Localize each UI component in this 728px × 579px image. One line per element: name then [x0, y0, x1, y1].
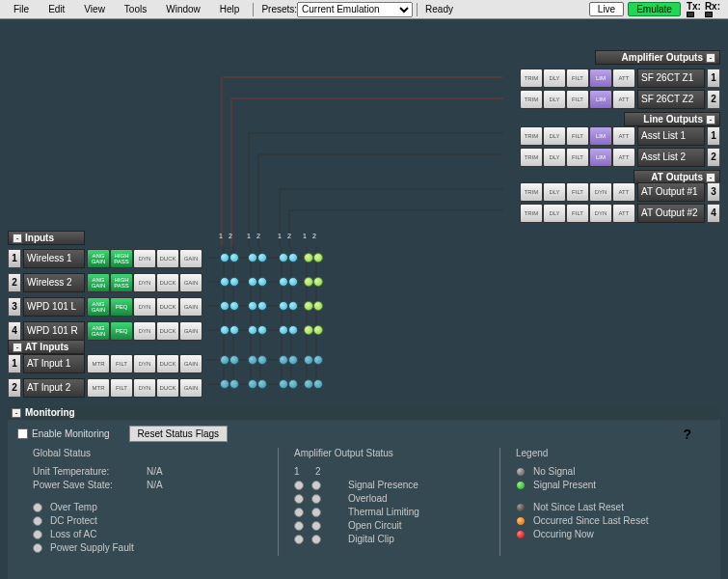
matrix-node[interactable] — [229, 379, 239, 389]
proc-block[interactable]: TRIM — [520, 90, 543, 109]
menu-tools[interactable]: Tools — [115, 2, 156, 16]
matrix-node[interactable] — [257, 277, 267, 287]
proc-block[interactable]: DYN — [133, 249, 156, 268]
matrix-node[interactable] — [288, 379, 298, 389]
matrix-node[interactable] — [313, 355, 323, 365]
matrix-node[interactable] — [279, 277, 288, 287]
proc-block[interactable]: LIM — [589, 126, 612, 146]
menu-file[interactable]: File — [4, 2, 39, 16]
matrix-node[interactable] — [313, 277, 323, 287]
proc-block[interactable]: ANG GAIN — [87, 273, 110, 292]
channel-label[interactable]: AT Input 1 — [23, 354, 85, 373]
matrix-node[interactable] — [257, 301, 267, 311]
menu-window[interactable]: Window — [156, 2, 210, 16]
proc-block[interactable]: LIM — [589, 69, 612, 88]
matrix-node[interactable] — [304, 325, 313, 335]
proc-block[interactable]: DLY — [543, 148, 566, 167]
proc-block[interactable]: DYN — [133, 321, 156, 341]
matrix-node[interactable] — [313, 379, 323, 389]
proc-block[interactable]: DUCK — [156, 249, 179, 268]
matrix-node[interactable] — [288, 253, 298, 262]
proc-block[interactable]: ATT — [612, 182, 635, 202]
matrix-node[interactable] — [220, 301, 229, 311]
proc-block[interactable]: ATT — [612, 126, 635, 146]
proc-block[interactable]: ATT — [612, 148, 635, 167]
proc-block[interactable]: DYN — [133, 273, 156, 292]
matrix-node[interactable] — [220, 325, 229, 335]
menu-view[interactable]: View — [74, 2, 115, 16]
matrix-node[interactable] — [304, 301, 313, 311]
matrix-node[interactable] — [248, 253, 257, 262]
help-icon[interactable]: ? — [683, 427, 691, 442]
matrix-node[interactable] — [288, 277, 298, 287]
live-button[interactable]: Live — [589, 2, 624, 16]
matrix-node[interactable] — [257, 379, 267, 389]
channel-label[interactable]: Asst List 2 — [637, 148, 705, 167]
channel-label[interactable]: WPD 101 L — [23, 297, 85, 317]
proc-block[interactable]: DLY — [543, 69, 566, 88]
matrix-node[interactable] — [279, 301, 288, 311]
proc-block[interactable]: MTR — [87, 354, 110, 373]
matrix-node[interactable] — [304, 379, 313, 389]
channel-label[interactable]: AT Output #1 — [637, 182, 705, 202]
proc-block[interactable]: PEQ — [110, 297, 133, 317]
proc-block[interactable]: DYN — [133, 378, 156, 398]
presets-select[interactable]: Current Emulation — [297, 2, 413, 17]
matrix-node[interactable] — [279, 355, 288, 365]
proc-block[interactable]: LIM — [589, 148, 612, 167]
matrix-node[interactable] — [248, 325, 257, 335]
proc-block[interactable]: GAIN — [179, 354, 202, 373]
matrix-node[interactable] — [313, 325, 323, 335]
proc-block[interactable]: DUCK — [156, 321, 179, 341]
proc-block[interactable]: PEQ — [110, 321, 133, 341]
proc-block[interactable]: ANG GAIN — [87, 249, 110, 268]
proc-block[interactable]: FILT — [110, 378, 133, 398]
matrix-node[interactable] — [248, 355, 257, 365]
channel-label[interactable]: Wireless 1 — [23, 249, 85, 268]
proc-block[interactable]: DUCK — [156, 378, 179, 398]
at-inputs-header[interactable]: -AT Inputs — [8, 340, 85, 354]
proc-block[interactable]: DUCK — [156, 354, 179, 373]
proc-block[interactable]: LIM — [589, 90, 612, 109]
matrix-node[interactable] — [220, 277, 229, 287]
matrix-node[interactable] — [229, 355, 239, 365]
proc-block[interactable]: DUCK — [156, 273, 179, 292]
matrix-node[interactable] — [288, 355, 298, 365]
proc-block[interactable]: FILT — [110, 354, 133, 373]
matrix-node[interactable] — [248, 277, 257, 287]
matrix-node[interactable] — [313, 253, 323, 262]
collapse-icon[interactable]: - — [706, 173, 715, 182]
proc-block[interactable]: ANG GAIN — [87, 297, 110, 317]
inputs-header[interactable]: -Inputs — [8, 231, 85, 245]
emulate-button[interactable]: Emulate — [628, 2, 681, 16]
menu-help[interactable]: Help — [210, 2, 250, 16]
proc-block[interactable]: GAIN — [179, 321, 202, 341]
proc-block[interactable]: DYN — [589, 204, 612, 223]
line-outputs-header[interactable]: Line Outputs- — [624, 112, 720, 126]
channel-label[interactable]: AT Output #2 — [637, 204, 705, 223]
matrix-node[interactable] — [248, 301, 257, 311]
matrix-node[interactable] — [304, 253, 313, 262]
matrix-node[interactable] — [304, 355, 313, 365]
matrix-node[interactable] — [279, 379, 288, 389]
proc-block[interactable]: DYN — [133, 354, 156, 373]
proc-block[interactable]: MTR — [87, 378, 110, 398]
proc-block[interactable]: ANG GAIN — [87, 321, 110, 341]
proc-block[interactable]: GAIN — [179, 249, 202, 268]
collapse-icon[interactable]: - — [706, 53, 715, 63]
reset-status-button[interactable]: Reset Status Flags — [129, 426, 228, 442]
proc-block[interactable]: DLY — [543, 182, 566, 202]
proc-block[interactable]: DLY — [543, 90, 566, 109]
collapse-icon[interactable]: - — [13, 234, 22, 243]
channel-label[interactable]: WPD 101 R — [23, 321, 85, 341]
matrix-node[interactable] — [288, 325, 298, 335]
collapse-icon[interactable]: - — [12, 408, 21, 418]
proc-block[interactable]: TRIM — [520, 69, 543, 88]
matrix-node[interactable] — [279, 325, 288, 335]
matrix-node[interactable] — [229, 325, 239, 335]
proc-block[interactable]: TRIM — [520, 126, 543, 146]
matrix-node[interactable] — [313, 301, 323, 311]
channel-label[interactable]: AT Input 2 — [23, 378, 85, 398]
proc-block[interactable]: DLY — [543, 204, 566, 223]
proc-block[interactable]: HIGH PASS — [110, 273, 133, 292]
